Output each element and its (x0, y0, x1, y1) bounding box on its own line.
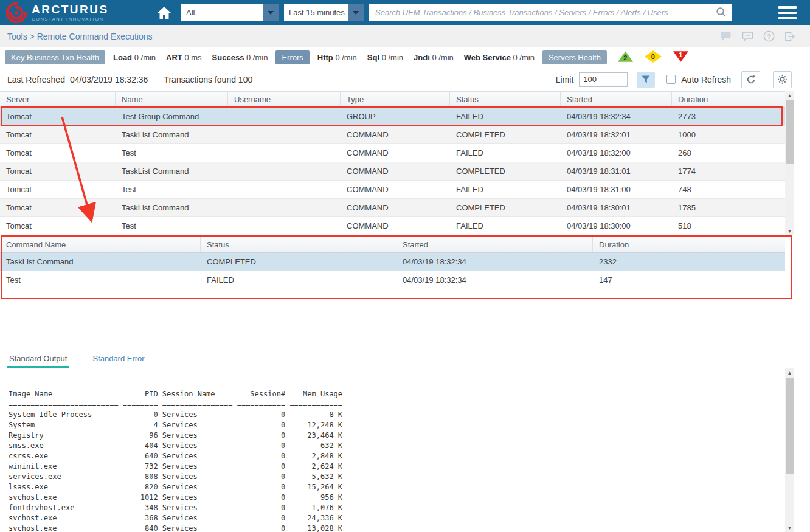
metric-label: Load (113, 53, 132, 62)
metric-jndi: Jndi 0 /min (414, 53, 454, 62)
scrollbar-thumb[interactable] (786, 378, 794, 474)
console-scrollbar[interactable]: ▲ ▼ (785, 368, 794, 532)
column-header-started[interactable]: Started (396, 237, 593, 252)
home-button[interactable] (157, 6, 171, 19)
limit-input[interactable] (579, 72, 628, 87)
table-cell: COMPLETED (201, 253, 396, 271)
menu-bar (778, 6, 797, 9)
table-cell: 04/03/19 18:31:01 (561, 162, 672, 180)
metric-load: Load 0 /min (113, 53, 156, 62)
metric-value: 0 /min (379, 53, 403, 62)
content-spacer (0, 289, 810, 353)
last-refreshed-label: Last Refreshed (7, 75, 65, 85)
transactions-scrollbar[interactable]: ▲ ▼ (785, 91, 794, 235)
last-refreshed-value: 04/03/2019 18:32:36 (70, 75, 148, 85)
top-navigation-bar: ARCTURUS CONSTANT INNOVATION All Last 15… (0, 0, 810, 25)
scroll-down-icon[interactable]: ▼ (785, 523, 794, 532)
table-cell: Tomcat (0, 108, 116, 125)
column-header-started[interactable]: Started (561, 92, 672, 107)
table-row[interactable]: TomcatTestCOMMANDFAILED04/03/19 18:30:00… (0, 217, 785, 235)
gear-icon (777, 74, 788, 85)
table-cell: Tomcat (0, 217, 116, 235)
table-row[interactable]: TomcatTest Group CommandGROUPFAILED04/03… (0, 108, 785, 126)
column-header-status[interactable]: Status (201, 237, 396, 252)
metric-web-service: Web Service 0 /min (464, 53, 535, 62)
column-header-command-name[interactable]: Command Name (0, 237, 201, 252)
search-input[interactable] (369, 4, 732, 21)
search-icon[interactable] (716, 7, 727, 18)
table-cell: Tomcat (0, 126, 116, 143)
tab-standard-output[interactable]: Standard Output (7, 354, 69, 368)
table-cell: FAILED (450, 217, 561, 235)
svg-text:?: ? (767, 33, 771, 40)
table-row[interactable]: TaskList CommandCOMPLETED04/03/19 18:32:… (0, 253, 785, 271)
health-warning-indicator[interactable]: 0 (644, 50, 662, 65)
errors-button[interactable]: Errors (275, 50, 309, 64)
table-controls: Limit Auto Refresh (556, 71, 792, 88)
table-cell: 04/03/19 18:32:34 (396, 271, 593, 289)
table-cell (228, 181, 341, 198)
output-tabs: Standard Output Standard Error (0, 353, 795, 368)
breadcrumb[interactable]: Tools > Remote Command Executions (7, 32, 153, 41)
servers-health-button[interactable]: Servers Health (542, 50, 607, 64)
table-cell: TaskList Command (0, 253, 201, 271)
table-row[interactable]: TomcatTestCOMMANDFAILED04/03/19 18:32:00… (0, 144, 785, 162)
table-row[interactable]: TomcatTaskList CommandCOMMANDCOMPLETED04… (0, 126, 785, 144)
transactions-table-body: TomcatTest Group CommandGROUPFAILED04/03… (0, 108, 794, 235)
column-header-duration[interactable]: Duration (672, 92, 785, 107)
table-row[interactable]: TomcatTaskList CommandCOMMANDCOMPLETED04… (0, 162, 785, 181)
metric-label: ART (166, 53, 182, 62)
table-cell: COMMAND (341, 181, 450, 198)
column-header-type[interactable]: Type (341, 92, 450, 107)
scrollbar-thumb[interactable] (786, 100, 794, 164)
error-metrics: Http 0 /minSql 0 /minJndi 0 /minWeb Serv… (317, 53, 535, 62)
tab-standard-error[interactable]: Standard Error (91, 354, 146, 368)
home-icon (157, 6, 171, 19)
logo-swirl-icon (6, 2, 27, 23)
health-critical-indicator[interactable]: 1 (673, 50, 689, 65)
metric-value: 0 /min (244, 53, 268, 62)
metric-label: Web Service (464, 53, 511, 62)
key-business-txn-health-button[interactable]: Key Business Txn Health (5, 50, 105, 64)
table-cell: GROUP (341, 108, 450, 125)
column-header-status[interactable]: Status (450, 92, 561, 107)
column-header-name[interactable]: Name (116, 92, 228, 107)
refresh-button[interactable] (741, 71, 760, 88)
column-header-username[interactable]: Username (228, 92, 341, 107)
auto-refresh-label: Auto Refresh (681, 75, 731, 85)
table-cell: Tomcat (0, 181, 116, 198)
table-row[interactable]: TomcatTestCOMMANDFAILED04/03/19 18:31:00… (0, 181, 785, 199)
logout-icon[interactable] (784, 31, 795, 42)
column-header-duration[interactable]: Duration (593, 237, 785, 252)
menu-button[interactable] (778, 4, 797, 22)
feedback-bubble-icon[interactable] (719, 31, 732, 42)
chat-bubble-icon[interactable] (741, 31, 754, 42)
filter-button[interactable] (637, 72, 655, 88)
metric-value: 0 /min (430, 53, 454, 62)
menu-bar (778, 17, 797, 19)
table-row[interactable]: TomcatTaskList CommandCOMMANDCOMPLETED04… (0, 199, 785, 217)
scope-dropdown[interactable]: All (181, 4, 279, 21)
table-cell (228, 108, 341, 125)
metric-success: Success 0 /min (212, 53, 268, 62)
scroll-up-icon[interactable]: ▲ (785, 91, 794, 100)
scroll-down-icon[interactable]: ▼ (785, 227, 794, 235)
metric-label: Jndi (414, 53, 430, 62)
table-cell: FAILED (450, 108, 561, 125)
metric-art: ART 0 ms (166, 53, 202, 62)
time-range-dropdown[interactable]: Last 15 minutes (284, 4, 364, 21)
table-cell: COMMAND (341, 199, 450, 216)
metric-label: Sql (367, 53, 379, 62)
help-icon[interactable]: ? (763, 30, 775, 42)
breadcrumb-bar: Tools > Remote Command Executions ? (0, 25, 810, 47)
metric-value: 0 /min (132, 53, 156, 62)
health-normal-indicator[interactable]: 2 (617, 50, 634, 65)
scroll-up-icon[interactable]: ▲ (785, 368, 794, 377)
table-cell: 1785 (672, 199, 785, 216)
refresh-status: Last Refreshed 04/03/2019 18:32:36 Trans… (7, 75, 252, 85)
settings-button[interactable] (773, 71, 792, 88)
brand-logo[interactable]: ARCTURUS CONSTANT INNOVATION (6, 2, 119, 23)
table-row[interactable]: TestFAILED04/03/19 18:32:34147 (0, 271, 785, 289)
auto-refresh-checkbox[interactable] (666, 75, 676, 84)
column-header-server[interactable]: Server (0, 92, 116, 107)
